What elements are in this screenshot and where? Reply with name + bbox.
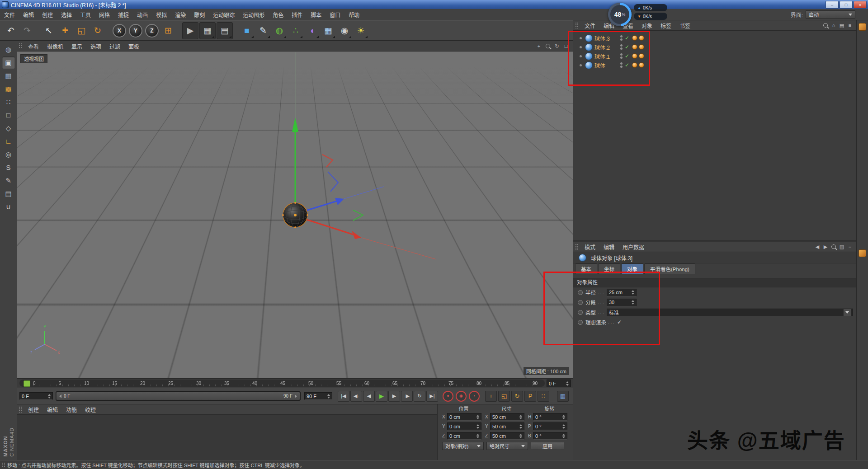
frame-tick[interactable]: 5 [58, 381, 61, 386]
add-array-icon[interactable]: ∴ [288, 23, 303, 39]
coordinate-system-icon[interactable]: ⊞ [160, 23, 176, 39]
live-selection-icon[interactable]: ↖ [41, 23, 57, 39]
texture-tag-icon[interactable] [639, 35, 644, 41]
edges-mode-icon[interactable]: □ [2, 109, 15, 121]
frame-tick[interactable]: 60 [364, 381, 369, 386]
coord-field[interactable]: 0 ° [533, 413, 567, 421]
menu-item[interactable]: 纹理 [81, 404, 100, 415]
rotate-tool-icon[interactable]: ↻ [90, 23, 105, 39]
render-picture-viewer-icon[interactable]: ▦ [199, 22, 216, 39]
frame-tick[interactable]: 40 [252, 381, 257, 386]
lock-workplane-icon[interactable]: ▤ [2, 188, 15, 200]
panel-grip[interactable] [19, 406, 22, 413]
attribute-manager-tab-icon[interactable] [859, 249, 866, 257]
visibility-dots[interactable] [620, 62, 623, 68]
model-mode-icon[interactable]: ▣ [2, 56, 15, 69]
ideal-render-checkbox[interactable]: ✓ [617, 319, 622, 325]
attribute-tab[interactable]: 平滑着色(Phong) [644, 263, 695, 274]
animation-dot-icon[interactable] [578, 320, 583, 325]
lock-y-axis-icon[interactable]: Y [129, 24, 142, 38]
frame-tick[interactable]: 30 [196, 381, 201, 386]
add-light-icon[interactable]: ☀ [353, 23, 368, 39]
menu-item[interactable]: 查看 [24, 41, 43, 52]
menu-item[interactable]: 摄像机 [43, 41, 67, 52]
menu-item[interactable]: 编辑 [43, 404, 62, 415]
next-frame-button[interactable]: ▶ [388, 391, 400, 402]
pan-view-icon[interactable]: + [535, 42, 543, 50]
panel-menu-icon[interactable]: ≡ [846, 243, 854, 250]
menu-item[interactable]: 选项 [86, 41, 105, 52]
coord-field[interactable]: 50 cm [490, 422, 524, 430]
record-keyframe-button[interactable]: ● [443, 391, 453, 402]
coord-field[interactable]: 0 cm [447, 432, 481, 440]
back-icon[interactable]: ◀ [813, 243, 821, 250]
frame-tick[interactable]: 70 [420, 381, 425, 386]
key-pla-toggle[interactable]: ∷ [538, 391, 549, 402]
frame-tick[interactable]: 90 [533, 381, 538, 386]
visibility-dots[interactable] [620, 44, 623, 50]
panel-grip[interactable] [19, 43, 22, 49]
frame-tick[interactable]: 10 [84, 381, 89, 386]
viewport-canvas[interactable]: Y x z 透视视图 网格间距 : 100 cm [17, 52, 573, 379]
close-button[interactable]: × [854, 1, 867, 9]
viewport-solo-icon[interactable]: ◎ [2, 148, 15, 160]
menu-item[interactable]: 显示 [67, 41, 86, 52]
panel-menu-icon[interactable]: ≡ [846, 22, 854, 29]
menu-item[interactable]: 插件 [288, 9, 307, 20]
menu-item[interactable]: 过滤 [105, 41, 124, 52]
menu-item[interactable]: 帮助 [344, 9, 363, 20]
texture-tag-icon[interactable] [639, 62, 644, 68]
menu-item[interactable]: 对象 [637, 20, 656, 31]
menu-item[interactable]: 窗口 [326, 9, 344, 20]
menu-item[interactable]: 编辑 [599, 242, 618, 252]
coord-mode-dropdown[interactable]: 对象(相对) [442, 442, 484, 450]
menu-item[interactable]: 功能 [62, 404, 81, 415]
menu-item[interactable]: 用户数据 [618, 242, 648, 252]
menu-item[interactable]: 网格 [95, 9, 114, 20]
frame-tick[interactable]: 15 [112, 381, 117, 386]
frame-tick[interactable]: 25 [168, 381, 173, 386]
timeline-ruler[interactable]: 051015202530354045505560657075808590 0 F [17, 378, 573, 388]
frame-tick[interactable]: 55 [336, 381, 341, 386]
sphere-object[interactable] [282, 202, 308, 228]
animation-dot-icon[interactable] [578, 310, 583, 315]
view-label[interactable]: 透视视图 [20, 54, 47, 63]
rotate-view-icon[interactable]: ↻ [553, 42, 561, 50]
maximize-button[interactable]: □ [840, 1, 853, 9]
panel-grip[interactable] [575, 244, 579, 250]
texture-tag-icon[interactable] [632, 62, 637, 68]
frame-tick[interactable]: 45 [280, 381, 285, 386]
animation-dot-icon[interactable] [578, 300, 583, 305]
menu-item[interactable]: 文件 [580, 20, 599, 31]
polygons-mode-icon[interactable]: ◇ [2, 122, 15, 134]
object-row[interactable]: 球体✓ [573, 61, 657, 70]
texture-tag-icon[interactable] [639, 44, 644, 50]
apply-button[interactable]: 应用 [531, 442, 564, 450]
segments-field[interactable]: 30 [607, 299, 637, 306]
texture-tag-icon[interactable] [632, 53, 637, 59]
coord-field[interactable]: 0 ° [533, 422, 567, 430]
menu-item[interactable]: 渲染 [171, 9, 190, 20]
menu-item[interactable]: 脚本 [307, 9, 326, 20]
lock-x-axis-icon[interactable]: X [113, 24, 126, 38]
prev-frame-button[interactable]: ◀ [363, 391, 375, 402]
timeline-window-button[interactable]: ▦ [557, 391, 569, 402]
coord-field[interactable]: 0 cm [447, 422, 481, 430]
lock-z-axis-icon[interactable]: Z [145, 24, 159, 38]
enabled-check-icon[interactable]: ✓ [625, 62, 629, 68]
points-mode-icon[interactable]: ∷ [2, 96, 15, 108]
goto-start-button[interactable]: |◀ [338, 391, 349, 402]
search-icon[interactable] [821, 22, 830, 29]
enabled-check-icon[interactable]: ✓ [625, 35, 629, 41]
texture-tag-icon[interactable] [639, 53, 644, 59]
interface-dropdown[interactable]: 启动 [806, 10, 855, 19]
add-spline-icon[interactable]: ✎ [255, 23, 271, 39]
loop-button[interactable]: ↻ [414, 391, 425, 402]
material-list[interactable] [17, 415, 437, 460]
visibility-dots[interactable] [620, 35, 623, 41]
viewport[interactable]: 查看摄像机显示选项过滤面板 +↻□ [17, 41, 573, 378]
minimize-button[interactable]: – [826, 1, 839, 9]
workplane-mode-icon[interactable]: ▩ [2, 83, 15, 95]
menu-item[interactable]: 角色 [269, 9, 288, 20]
playhead[interactable] [24, 380, 30, 387]
